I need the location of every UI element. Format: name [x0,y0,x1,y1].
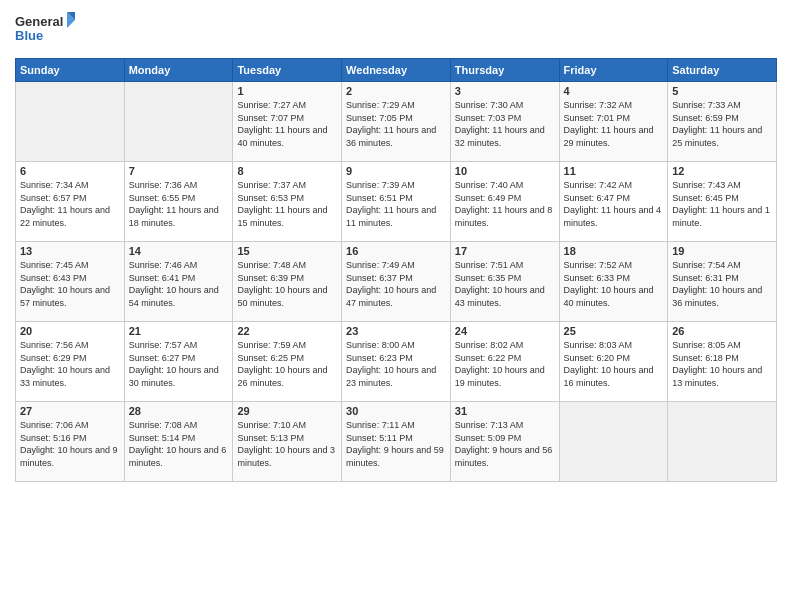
col-header-thursday: Thursday [450,59,559,82]
day-number: 23 [346,325,446,337]
calendar-cell: 23Sunrise: 8:00 AM Sunset: 6:23 PM Dayli… [342,322,451,402]
day-info: Sunrise: 7:06 AM Sunset: 5:16 PM Dayligh… [20,419,120,469]
calendar-cell: 30Sunrise: 7:11 AM Sunset: 5:11 PM Dayli… [342,402,451,482]
day-info: Sunrise: 7:08 AM Sunset: 5:14 PM Dayligh… [129,419,229,469]
day-info: Sunrise: 7:48 AM Sunset: 6:39 PM Dayligh… [237,259,337,309]
day-info: Sunrise: 7:32 AM Sunset: 7:01 PM Dayligh… [564,99,664,149]
svg-text:Blue: Blue [15,28,43,43]
day-info: Sunrise: 7:10 AM Sunset: 5:13 PM Dayligh… [237,419,337,469]
day-number: 9 [346,165,446,177]
day-info: Sunrise: 7:46 AM Sunset: 6:41 PM Dayligh… [129,259,229,309]
day-number: 14 [129,245,229,257]
calendar-cell: 13Sunrise: 7:45 AM Sunset: 6:43 PM Dayli… [16,242,125,322]
calendar-cell: 27Sunrise: 7:06 AM Sunset: 5:16 PM Dayli… [16,402,125,482]
logo: General Blue [15,10,75,50]
calendar-cell: 29Sunrise: 7:10 AM Sunset: 5:13 PM Dayli… [233,402,342,482]
week-row-4: 27Sunrise: 7:06 AM Sunset: 5:16 PM Dayli… [16,402,777,482]
calendar-cell [16,82,125,162]
page: General Blue SundayMondayTuesdayWednesda… [0,0,792,612]
day-info: Sunrise: 7:54 AM Sunset: 6:31 PM Dayligh… [672,259,772,309]
day-number: 25 [564,325,664,337]
day-info: Sunrise: 7:43 AM Sunset: 6:45 PM Dayligh… [672,179,772,229]
day-info: Sunrise: 7:59 AM Sunset: 6:25 PM Dayligh… [237,339,337,389]
calendar-cell: 7Sunrise: 7:36 AM Sunset: 6:55 PM Daylig… [124,162,233,242]
calendar-cell: 8Sunrise: 7:37 AM Sunset: 6:53 PM Daylig… [233,162,342,242]
day-number: 4 [564,85,664,97]
day-number: 27 [20,405,120,417]
calendar-cell: 9Sunrise: 7:39 AM Sunset: 6:51 PM Daylig… [342,162,451,242]
day-info: Sunrise: 7:13 AM Sunset: 5:09 PM Dayligh… [455,419,555,469]
col-header-saturday: Saturday [668,59,777,82]
day-info: Sunrise: 7:51 AM Sunset: 6:35 PM Dayligh… [455,259,555,309]
svg-text:General: General [15,14,63,29]
day-info: Sunrise: 7:45 AM Sunset: 6:43 PM Dayligh… [20,259,120,309]
col-header-wednesday: Wednesday [342,59,451,82]
calendar-cell [668,402,777,482]
day-number: 12 [672,165,772,177]
day-info: Sunrise: 7:30 AM Sunset: 7:03 PM Dayligh… [455,99,555,149]
day-number: 30 [346,405,446,417]
day-number: 2 [346,85,446,97]
calendar-cell: 31Sunrise: 7:13 AM Sunset: 5:09 PM Dayli… [450,402,559,482]
day-info: Sunrise: 7:36 AM Sunset: 6:55 PM Dayligh… [129,179,229,229]
calendar-cell: 22Sunrise: 7:59 AM Sunset: 6:25 PM Dayli… [233,322,342,402]
header: General Blue [15,10,777,50]
day-number: 1 [237,85,337,97]
day-info: Sunrise: 7:33 AM Sunset: 6:59 PM Dayligh… [672,99,772,149]
day-number: 21 [129,325,229,337]
day-number: 26 [672,325,772,337]
week-row-0: 1Sunrise: 7:27 AM Sunset: 7:07 PM Daylig… [16,82,777,162]
calendar-cell [124,82,233,162]
day-number: 3 [455,85,555,97]
day-number: 24 [455,325,555,337]
day-number: 19 [672,245,772,257]
day-info: Sunrise: 7:52 AM Sunset: 6:33 PM Dayligh… [564,259,664,309]
col-header-tuesday: Tuesday [233,59,342,82]
calendar-cell: 11Sunrise: 7:42 AM Sunset: 6:47 PM Dayli… [559,162,668,242]
day-info: Sunrise: 7:29 AM Sunset: 7:05 PM Dayligh… [346,99,446,149]
calendar-cell: 12Sunrise: 7:43 AM Sunset: 6:45 PM Dayli… [668,162,777,242]
day-number: 8 [237,165,337,177]
day-number: 18 [564,245,664,257]
day-number: 16 [346,245,446,257]
day-info: Sunrise: 8:05 AM Sunset: 6:18 PM Dayligh… [672,339,772,389]
day-number: 11 [564,165,664,177]
calendar-cell: 28Sunrise: 7:08 AM Sunset: 5:14 PM Dayli… [124,402,233,482]
calendar-cell: 5Sunrise: 7:33 AM Sunset: 6:59 PM Daylig… [668,82,777,162]
col-header-friday: Friday [559,59,668,82]
logo-svg: General Blue [15,10,75,50]
calendar-table: SundayMondayTuesdayWednesdayThursdayFrid… [15,58,777,482]
day-number: 5 [672,85,772,97]
calendar-cell: 4Sunrise: 7:32 AM Sunset: 7:01 PM Daylig… [559,82,668,162]
day-number: 7 [129,165,229,177]
day-number: 28 [129,405,229,417]
day-number: 17 [455,245,555,257]
day-info: Sunrise: 7:56 AM Sunset: 6:29 PM Dayligh… [20,339,120,389]
calendar-cell [559,402,668,482]
calendar-cell: 6Sunrise: 7:34 AM Sunset: 6:57 PM Daylig… [16,162,125,242]
calendar-cell: 1Sunrise: 7:27 AM Sunset: 7:07 PM Daylig… [233,82,342,162]
day-info: Sunrise: 7:27 AM Sunset: 7:07 PM Dayligh… [237,99,337,149]
col-header-monday: Monday [124,59,233,82]
day-info: Sunrise: 7:49 AM Sunset: 6:37 PM Dayligh… [346,259,446,309]
calendar-cell: 10Sunrise: 7:40 AM Sunset: 6:49 PM Dayli… [450,162,559,242]
day-info: Sunrise: 7:11 AM Sunset: 5:11 PM Dayligh… [346,419,446,469]
day-number: 6 [20,165,120,177]
header-row: SundayMondayTuesdayWednesdayThursdayFrid… [16,59,777,82]
calendar-cell: 21Sunrise: 7:57 AM Sunset: 6:27 PM Dayli… [124,322,233,402]
calendar-cell: 24Sunrise: 8:02 AM Sunset: 6:22 PM Dayli… [450,322,559,402]
calendar-cell: 26Sunrise: 8:05 AM Sunset: 6:18 PM Dayli… [668,322,777,402]
calendar-cell: 16Sunrise: 7:49 AM Sunset: 6:37 PM Dayli… [342,242,451,322]
day-info: Sunrise: 8:00 AM Sunset: 6:23 PM Dayligh… [346,339,446,389]
calendar-cell: 17Sunrise: 7:51 AM Sunset: 6:35 PM Dayli… [450,242,559,322]
day-number: 22 [237,325,337,337]
col-header-sunday: Sunday [16,59,125,82]
day-number: 13 [20,245,120,257]
calendar-cell: 18Sunrise: 7:52 AM Sunset: 6:33 PM Dayli… [559,242,668,322]
week-row-3: 20Sunrise: 7:56 AM Sunset: 6:29 PM Dayli… [16,322,777,402]
calendar-cell: 15Sunrise: 7:48 AM Sunset: 6:39 PM Dayli… [233,242,342,322]
day-number: 10 [455,165,555,177]
calendar-cell: 14Sunrise: 7:46 AM Sunset: 6:41 PM Dayli… [124,242,233,322]
day-number: 31 [455,405,555,417]
day-info: Sunrise: 7:34 AM Sunset: 6:57 PM Dayligh… [20,179,120,229]
